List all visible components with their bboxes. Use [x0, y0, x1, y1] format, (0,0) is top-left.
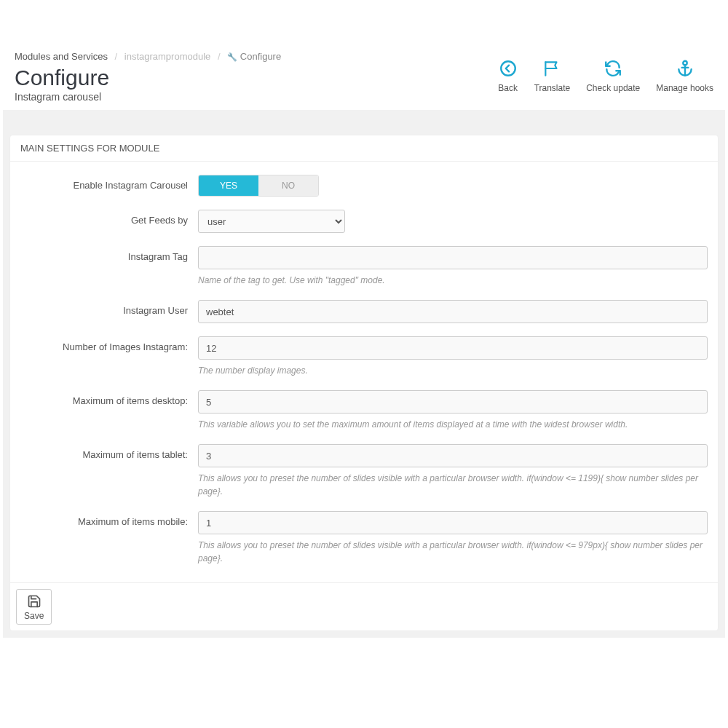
instagram-user-label: Instagram User	[20, 300, 198, 316]
num-images-label: Number of Images Instagram:	[20, 336, 198, 352]
max-desktop-help: This variable allows you to set the maxi…	[198, 418, 708, 431]
refresh-icon	[603, 58, 623, 79]
svg-point-0	[501, 61, 515, 76]
breadcrumb-action: Configure	[240, 51, 281, 62]
max-mobile-help: This allows you to preset the number of …	[198, 539, 708, 565]
instagram-tag-help: Name of the tag to get. Use with "tagged…	[198, 274, 708, 287]
num-images-input[interactable]	[198, 336, 708, 360]
toolbar: Back Translate Check update Manage hooks	[498, 58, 713, 93]
flag-icon	[542, 58, 562, 79]
back-button[interactable]: Back	[498, 58, 518, 93]
save-icon	[27, 594, 41, 611]
arrow-left-circle-icon	[498, 58, 518, 79]
max-desktop-input[interactable]	[198, 390, 708, 414]
max-mobile-label: Maximum of items mobile:	[20, 511, 198, 527]
max-tablet-input[interactable]	[198, 444, 708, 467]
enable-yes[interactable]: YES	[199, 175, 258, 196]
check-update-button[interactable]: Check update	[586, 58, 640, 93]
settings-panel: MAIN SETTINGS FOR MODULE Enable Instagra…	[9, 135, 719, 631]
feeds-by-label: Get Feeds by	[20, 210, 198, 226]
max-mobile-input[interactable]	[198, 511, 708, 534]
panel-heading: MAIN SETTINGS FOR MODULE	[10, 135, 718, 162]
enable-no[interactable]: NO	[258, 175, 318, 196]
max-tablet-help: This allows you to preset the number of …	[198, 472, 708, 498]
translate-button[interactable]: Translate	[534, 58, 571, 93]
wrench-icon: 🔧	[227, 52, 237, 61]
breadcrumb-module: instagrampromodule	[124, 51, 211, 62]
enable-label: Enable Instagram Carousel	[20, 175, 198, 191]
instagram-user-input[interactable]	[198, 300, 708, 323]
max-desktop-label: Maximum of items desktop:	[20, 390, 198, 406]
manage-hooks-button[interactable]: Manage hooks	[656, 58, 713, 93]
instagram-tag-label: Instagram Tag	[20, 246, 198, 262]
anchor-icon	[675, 58, 695, 79]
enable-toggle[interactable]: YES NO	[198, 175, 319, 197]
page-header: Modules and Services / instagrampromodul…	[0, 0, 728, 110]
save-button[interactable]: Save	[16, 589, 52, 625]
max-tablet-label: Maximum of items tablet:	[20, 444, 198, 460]
breadcrumb-root[interactable]: Modules and Services	[15, 51, 108, 62]
feeds-by-select[interactable]: user	[198, 210, 345, 233]
instagram-tag-input[interactable]	[198, 246, 708, 269]
panel-footer: Save	[10, 582, 718, 630]
num-images-help: The number display images.	[198, 364, 708, 377]
